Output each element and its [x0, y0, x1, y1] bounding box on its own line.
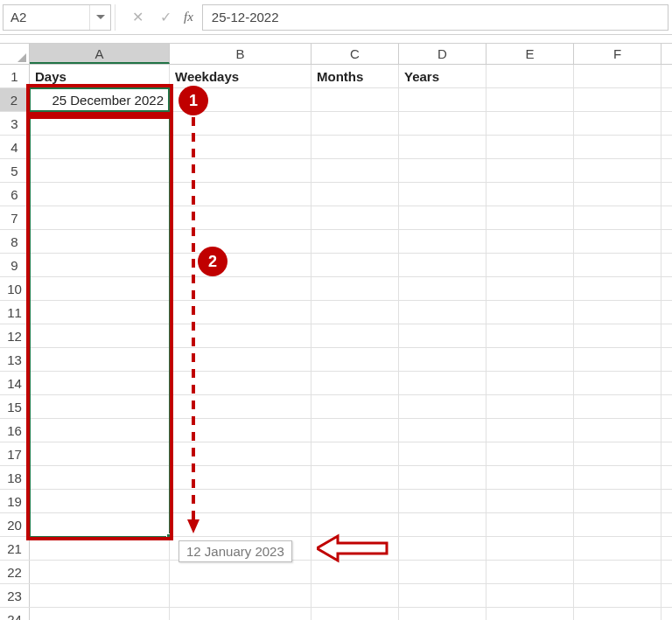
cell[interactable]	[170, 159, 312, 182]
cell[interactable]	[170, 395, 312, 418]
name-box-dropdown[interactable]	[89, 5, 110, 30]
row-header[interactable]: 5	[0, 159, 30, 182]
cell[interactable]	[486, 159, 574, 182]
cell[interactable]	[486, 537, 574, 560]
cell[interactable]	[170, 419, 312, 442]
row-header[interactable]: 20	[0, 513, 30, 536]
cell[interactable]	[170, 277, 312, 300]
cell[interactable]	[30, 254, 170, 276]
cell[interactable]	[574, 301, 662, 324]
cell[interactable]	[574, 419, 662, 442]
cell[interactable]	[312, 395, 399, 418]
cell[interactable]	[574, 608, 662, 620]
row-header[interactable]: 13	[0, 348, 30, 371]
cell[interactable]	[399, 608, 486, 620]
cell[interactable]	[30, 537, 170, 560]
cell[interactable]	[312, 419, 399, 442]
cell[interactable]	[574, 159, 662, 182]
cell[interactable]	[170, 561, 312, 583]
cell[interactable]	[312, 537, 399, 560]
row-header[interactable]: 14	[0, 372, 30, 394]
cell[interactable]	[170, 254, 312, 276]
cell[interactable]	[170, 442, 312, 465]
cell[interactable]	[312, 230, 399, 253]
cell[interactable]	[312, 183, 399, 206]
cell[interactable]	[312, 608, 399, 620]
cell[interactable]	[170, 584, 312, 607]
cell[interactable]	[574, 254, 662, 276]
cell[interactable]	[486, 301, 574, 324]
cell[interactable]	[312, 513, 399, 536]
cell[interactable]	[399, 324, 486, 347]
row-header[interactable]: 7	[0, 206, 30, 229]
cell[interactable]: Weekdays	[170, 65, 312, 87]
cell[interactable]	[574, 65, 662, 87]
cell[interactable]	[30, 561, 170, 583]
cell[interactable]	[486, 372, 574, 394]
cell[interactable]	[30, 277, 170, 300]
cell[interactable]	[486, 584, 574, 607]
cell[interactable]	[486, 65, 574, 87]
row-header[interactable]: 16	[0, 419, 30, 442]
row-header[interactable]: 8	[0, 230, 30, 253]
cell[interactable]	[170, 112, 312, 135]
cell[interactable]	[30, 183, 170, 206]
cell[interactable]	[486, 513, 574, 536]
cell[interactable]	[170, 136, 312, 158]
cell[interactable]	[170, 490, 312, 512]
cell[interactable]	[30, 442, 170, 465]
cell[interactable]	[574, 348, 662, 371]
cell[interactable]	[399, 490, 486, 512]
cell[interactable]	[30, 395, 170, 418]
cell[interactable]	[574, 490, 662, 512]
cell[interactable]	[574, 206, 662, 229]
cell[interactable]	[312, 254, 399, 276]
col-header-B[interactable]: B	[170, 44, 312, 64]
cell[interactable]	[170, 183, 312, 206]
cell[interactable]	[312, 561, 399, 583]
row-header[interactable]: 12	[0, 324, 30, 347]
cell[interactable]	[486, 206, 574, 229]
cell[interactable]	[574, 372, 662, 394]
cell[interactable]	[574, 277, 662, 300]
row-header[interactable]: 15	[0, 395, 30, 418]
cell[interactable]	[399, 88, 486, 111]
col-header-A[interactable]: A	[30, 44, 170, 64]
col-header-D[interactable]: D	[399, 44, 486, 64]
cell[interactable]	[30, 230, 170, 253]
cell[interactable]	[574, 584, 662, 607]
cell[interactable]	[486, 112, 574, 135]
cell[interactable]	[30, 348, 170, 371]
row-header[interactable]: 24	[0, 608, 30, 620]
row-header[interactable]: 10	[0, 277, 30, 300]
name-box[interactable]	[4, 5, 89, 30]
cell[interactable]	[170, 608, 312, 620]
cell[interactable]	[170, 537, 312, 560]
cell[interactable]	[399, 348, 486, 371]
cell[interactable]	[312, 466, 399, 489]
cell[interactable]	[574, 395, 662, 418]
select-all-corner[interactable]	[0, 44, 30, 64]
cell[interactable]	[30, 136, 170, 158]
cell[interactable]	[399, 136, 486, 158]
cell[interactable]	[399, 254, 486, 276]
cell[interactable]	[399, 419, 486, 442]
cell[interactable]: Months	[312, 65, 399, 87]
cell[interactable]	[30, 584, 170, 607]
cell[interactable]	[30, 112, 170, 135]
cell[interactable]	[399, 277, 486, 300]
cell[interactable]	[30, 324, 170, 347]
row-header[interactable]: 6	[0, 183, 30, 206]
cell[interactable]	[574, 513, 662, 536]
row-header[interactable]: 23	[0, 584, 30, 607]
cell[interactable]	[312, 324, 399, 347]
cell[interactable]	[399, 561, 486, 583]
cell[interactable]	[574, 537, 662, 560]
cell[interactable]	[30, 490, 170, 512]
cell[interactable]	[170, 348, 312, 371]
cell[interactable]	[30, 301, 170, 324]
cell[interactable]	[399, 230, 486, 253]
cell[interactable]	[312, 490, 399, 512]
cell[interactable]	[170, 206, 312, 229]
cell[interactable]	[486, 136, 574, 158]
